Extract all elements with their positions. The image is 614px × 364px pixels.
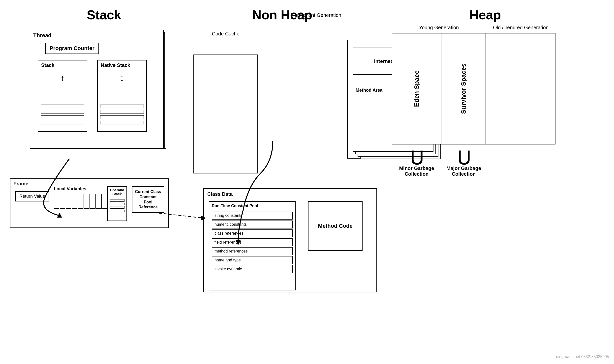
pool-item: string constants <box>212 212 293 220</box>
major-gc-arrow: ⋃ <box>458 149 470 164</box>
young-gen-label: Young Generation <box>419 25 459 30</box>
program-counter-label: Program Counter <box>50 45 94 51</box>
pool-item: method references <box>212 247 293 255</box>
current-class-label: Current Class Constant Pool Reference <box>135 190 161 209</box>
code-cache-area: Code Cache <box>193 40 258 159</box>
eden-space-text: Eden Space <box>413 70 421 107</box>
young-gen-label-area: Young Generation <box>392 25 486 30</box>
native-stack-box: Native Stack ↕ <box>97 60 147 132</box>
pool-item: class references <box>212 229 293 237</box>
perm-gen-area: Permanent Generation Interned Strings Me… <box>270 25 374 164</box>
operand-stack-inner <box>110 199 124 212</box>
stack-arrow: ↕ <box>38 73 87 83</box>
minor-gc-area: ⋃ Minor Garbage Collection <box>392 149 441 177</box>
old-gen-label: Old / Tenured Generation <box>493 25 549 30</box>
section-title-heap: Heap <box>374 7 597 22</box>
runtime-pool-label: Run-Time Constant Pool <box>212 204 258 208</box>
pool-items-list: string constantsnumeric constantsclass r… <box>212 212 293 274</box>
old-gen-label-area: Old / Tenured Generation <box>486 25 555 30</box>
class-data-label: Class Data <box>207 191 233 197</box>
pool-item: name and type <box>212 256 293 264</box>
native-stack-lines <box>100 105 144 126</box>
code-cache-label: Code Cache <box>193 31 258 37</box>
minor-gc-arrow: ⋃ <box>411 149 423 164</box>
heap-section: Young Generation Old / Tenured Generatio… <box>392 25 555 177</box>
thread-label: Thread <box>33 32 51 39</box>
method-code-box: Method Code <box>308 201 363 251</box>
operand-stack-label: Operand Stack <box>108 188 126 196</box>
current-class-box: Current Class Constant Pool Reference <box>132 186 164 213</box>
pool-item: field references <box>212 238 293 246</box>
survivor-spaces-box: Survivor Spaces <box>441 33 486 144</box>
local-vars-label: Local Variables <box>54 186 86 192</box>
stack-inner-label: Stack <box>41 62 54 68</box>
old-tenured-box <box>486 33 555 144</box>
major-gc-label: Major Garbage Collection <box>441 166 486 177</box>
native-stack-arrow: ↕ <box>98 73 146 83</box>
stack-lines <box>41 105 84 126</box>
frame-label: Frame <box>13 181 28 187</box>
pool-item: invoke dynamic <box>212 265 293 273</box>
minor-gc-label: Minor Garbage Collection <box>392 166 441 177</box>
return-value-box: Return Value <box>15 191 49 201</box>
eden-space-box: Eden Space <box>392 33 441 144</box>
gc-labels-row: ⋃ Minor Garbage Collection ⋃ Major Garba… <box>392 149 555 177</box>
frame-section: Frame Return Value Local Variables Opera… <box>10 178 169 228</box>
section-title-stack: Stack <box>17 7 191 22</box>
heap-title: Heap <box>469 8 501 22</box>
heap-labels-row: Young Generation Old / Tenured Generatio… <box>392 25 555 30</box>
survivor-spaces-text: Survivor Spaces <box>460 63 467 114</box>
method-area-label: Method Area <box>356 88 382 93</box>
operand-stack-box: Operand Stack ↕ <box>107 186 127 221</box>
code-cache-box <box>193 55 258 173</box>
major-gc-area: ⋃ Major Garbage Collection <box>441 149 486 177</box>
runtime-pool-box: Run-Time Constant Pool string constantsn… <box>209 201 296 290</box>
class-data-section: Class Data Run-Time Constant Pool string… <box>203 188 377 292</box>
program-counter-box: Program Counter <box>45 43 99 54</box>
pool-item: numeric constants <box>212 221 293 228</box>
method-code-label: Method Code <box>318 222 352 230</box>
stack-title: Stack <box>87 8 121 22</box>
native-stack-label: Native Stack <box>101 62 130 68</box>
perm-gen-label: Permanent Generation <box>270 12 362 18</box>
heap-boxes-row: Eden Space Survivor Spaces <box>392 33 555 144</box>
stack-box: Stack ↕ <box>38 60 87 132</box>
return-value-label: Return Value <box>19 194 45 199</box>
watermark: qingruanit.net 0532-85025095 <box>556 355 609 359</box>
watermark-text: qingruanit.net 0532-85025095 <box>556 355 609 359</box>
